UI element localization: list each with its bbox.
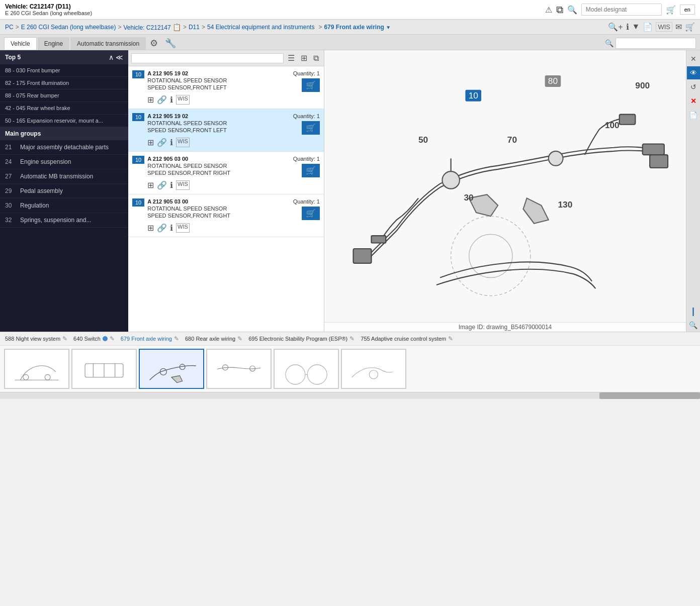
thumbnail-1[interactable]: [71, 349, 137, 389]
thumb-label-5[interactable]: 755 Adaptive cruise control system ✎: [359, 334, 457, 343]
cart-icon-header[interactable]: 🛒: [666, 5, 676, 15]
info-icon[interactable]: ℹ: [170, 180, 173, 190]
breadcrumb-pc[interactable]: PC: [5, 24, 14, 31]
link-icon[interactable]: 🔗: [157, 180, 167, 190]
diagram-tools: ✕ 👁 ↺ ✕ 📄 | 🔍: [686, 50, 700, 332]
thumb-label-4[interactable]: 695 Electronic Stability Program (ESP®) …: [246, 334, 359, 343]
thumb-label-1[interactable]: 640 Switch ✎: [71, 334, 119, 343]
main-group-item-4[interactable]: 30Regulation: [0, 198, 128, 213]
close-diagram-button[interactable]: ✕: [687, 52, 700, 65]
grid-view-icon[interactable]: ⊞: [299, 52, 309, 64]
thumb-label-0[interactable]: 588 Night view system ✎: [3, 334, 71, 343]
top5-item-0[interactable]: 88 - 030 Front bumper: [0, 64, 128, 77]
info-icon[interactable]: ℹ: [170, 95, 173, 105]
diagram-area: 10 80 900 100 50 70 30 130 ✕ 👁 ↺ ✕ 📄 | 🔍: [324, 50, 700, 332]
top5-item-4[interactable]: 50 - 165 Expansion reservoir, mount a...: [0, 115, 128, 127]
tab-icon-settings[interactable]: ⚙: [147, 37, 161, 50]
zoom-out-button[interactable]: 🔍: [687, 319, 700, 332]
main-group-item-1[interactable]: 24Engine suspension: [0, 155, 128, 169]
image-id-text: Image ID: drawing_B54679000014: [459, 324, 552, 331]
scroll-thumb[interactable]: [599, 392, 700, 399]
list-view-icon[interactable]: ☰: [286, 52, 297, 64]
collapse-up-button[interactable]: ∧: [109, 53, 114, 61]
document-icon[interactable]: 📄: [643, 22, 653, 32]
svg-point-21: [23, 374, 29, 380]
part-item-2[interactable]: 10 A 212 905 03 00 ROTATIONAL SPEED SENS…: [128, 152, 324, 194]
part-item-3[interactable]: 10 A 212 905 03 00 ROTATIONAL SPEED SENS…: [128, 194, 324, 237]
link-icon[interactable]: 🔗: [157, 95, 167, 105]
tab-search-input[interactable]: [616, 38, 696, 49]
tab-automatic-transmission[interactable]: Automatic transmission: [70, 37, 146, 50]
parts-search-input[interactable]: [131, 53, 284, 63]
undo-icon-button[interactable]: ↺: [687, 80, 700, 93]
info-icon[interactable]: ℹ: [626, 22, 629, 32]
edit-icon[interactable]: ✎: [174, 335, 179, 342]
add-to-cart-button[interactable]: 🛒: [302, 121, 320, 135]
add-to-cart-button[interactable]: 🛒: [302, 207, 320, 220]
filter-icon[interactable]: ▼: [632, 22, 640, 32]
thumbnail-3[interactable]: [206, 349, 272, 389]
model-search-input[interactable]: [581, 4, 662, 16]
main-group-item-2[interactable]: 27Automatic MB transmission: [0, 169, 128, 184]
thumb-label-3[interactable]: 680 Rear axle wiring ✎: [183, 334, 246, 343]
wis-doc-icon[interactable]: WIS: [176, 180, 190, 190]
doc-icon-button[interactable]: 📄: [687, 109, 700, 122]
thumbnail-2[interactable]: [139, 349, 204, 389]
grid-icon[interactable]: ⊞: [147, 223, 154, 233]
add-to-cart-button[interactable]: 🛒: [302, 78, 320, 92]
scroll-strip[interactable]: [0, 392, 700, 399]
main-group-item-3[interactable]: 29Pedal assembly: [0, 184, 128, 198]
cart-icon-breadcrumb[interactable]: 🛒: [685, 22, 695, 32]
edit-icon[interactable]: ✎: [349, 335, 355, 342]
thumbnail-0[interactable]: [4, 349, 69, 389]
grid-icon[interactable]: ⊞: [147, 95, 154, 105]
edit-icon[interactable]: ✎: [448, 335, 453, 342]
search-icon-header[interactable]: 🔍: [567, 5, 577, 15]
zoom-in-icon[interactable]: 🔍+: [608, 22, 623, 32]
part-actions: ⊞ 🔗 ℹ WIS: [132, 180, 320, 190]
link-icon[interactable]: 🔗: [157, 138, 167, 147]
edit-icon[interactable]: ✎: [110, 335, 115, 342]
grid-icon[interactable]: ⊞: [147, 138, 154, 147]
copy-icon[interactable]: ⧉: [556, 4, 563, 16]
tab-search-icon[interactable]: 🔍: [605, 39, 614, 47]
wis-doc-icon[interactable]: WIS: [176, 223, 190, 233]
wis-icon[interactable]: WIS: [656, 22, 672, 32]
link-icon[interactable]: 🔗: [157, 223, 167, 233]
zoom-in-button[interactable]: |: [687, 305, 700, 318]
main-group-item-5[interactable]: 32Springs, suspension and...: [0, 213, 128, 228]
part-item-0[interactable]: 10 A 212 905 19 02 ROTATIONAL SPEED SENS…: [128, 66, 324, 109]
breadcrumb: PC > E 260 CGI Sedan (long wheelbase) > …: [0, 20, 700, 35]
thumb-label-2[interactable]: 679 Front axle wiring ✎: [119, 334, 183, 343]
info-icon[interactable]: ℹ: [170, 223, 173, 233]
top5-item-1[interactable]: 82 - 175 Front illumination: [0, 77, 128, 89]
grid-icon[interactable]: ⊞: [147, 180, 154, 190]
thumbnail-5[interactable]: [341, 349, 406, 389]
tab-vehicle[interactable]: Vehicle: [4, 37, 37, 50]
warning-icon[interactable]: ⚠: [545, 5, 552, 15]
add-to-cart-button[interactable]: 🛒: [302, 164, 320, 177]
thumbnail-4[interactable]: [274, 349, 339, 389]
tab-engine[interactable]: Engine: [38, 37, 69, 50]
email-icon[interactable]: ✉: [675, 22, 682, 32]
breadcrumb-front-axle[interactable]: 679 Front axle wiring ▼: [324, 24, 391, 31]
expand-icon[interactable]: ⧉: [311, 53, 321, 64]
collapse-left-button[interactable]: ≪: [116, 53, 123, 61]
edit-icon[interactable]: ✎: [237, 335, 242, 342]
breadcrumb-d11[interactable]: D11: [189, 24, 200, 31]
wis-doc-icon[interactable]: WIS: [176, 95, 190, 105]
edit-icon[interactable]: ✎: [62, 335, 67, 342]
breadcrumb-electrical[interactable]: 54 Electrical equipment and instruments: [207, 24, 314, 31]
language-button[interactable]: en: [680, 5, 695, 15]
top5-item-2[interactable]: 88 - 075 Rear bumper: [0, 89, 128, 102]
tab-icon-tool[interactable]: 🔧: [162, 37, 179, 50]
info-icon[interactable]: ℹ: [170, 138, 173, 147]
part-item-1[interactable]: 10 A 212 905 19 02 ROTATIONAL SPEED SENS…: [128, 109, 324, 152]
breadcrumb-vehicle-class[interactable]: E 260 CGI Sedan (long wheelbase): [21, 24, 116, 31]
wis-doc-icon[interactable]: WIS: [176, 138, 190, 147]
eye-icon-button[interactable]: 👁: [687, 66, 700, 79]
cross-icon-button[interactable]: ✕: [687, 94, 700, 108]
top5-item-3[interactable]: 42 - 045 Rear wheel brake: [0, 102, 128, 115]
main-group-item-0[interactable]: 21Major assembly detachable parts: [0, 140, 128, 155]
breadcrumb-vehicle-id[interactable]: Vehicle: C212147 📋: [124, 23, 181, 31]
